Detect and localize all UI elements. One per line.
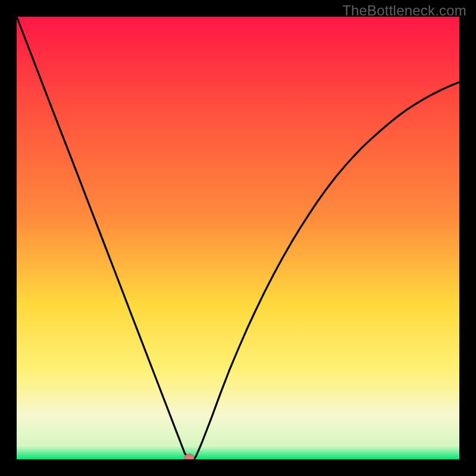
optimum-marker <box>184 454 194 459</box>
gradient-background <box>17 17 459 459</box>
chart-frame: TheBottleneck.com <box>0 0 476 476</box>
bottleneck-chart <box>17 17 459 459</box>
watermark-text: TheBottleneck.com <box>342 2 466 19</box>
plot-area <box>17 17 459 459</box>
